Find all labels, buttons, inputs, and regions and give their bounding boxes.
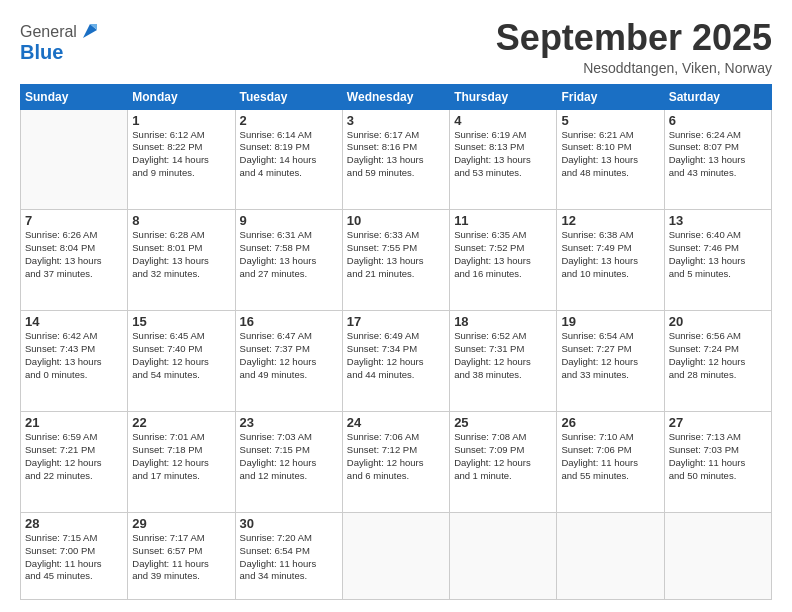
day-number: 6 (669, 113, 767, 128)
day-info: Sunrise: 6:24 AM Sunset: 8:07 PM Dayligh… (669, 129, 767, 180)
calendar-cell: 13Sunrise: 6:40 AM Sunset: 7:46 PM Dayli… (664, 210, 771, 311)
day-info: Sunrise: 6:28 AM Sunset: 8:01 PM Dayligh… (132, 229, 230, 280)
day-number: 21 (25, 415, 123, 430)
calendar-week-2: 7Sunrise: 6:26 AM Sunset: 8:04 PM Daylig… (21, 210, 772, 311)
calendar-week-5: 28Sunrise: 7:15 AM Sunset: 7:00 PM Dayli… (21, 512, 772, 599)
day-info: Sunrise: 6:40 AM Sunset: 7:46 PM Dayligh… (669, 229, 767, 280)
day-number: 28 (25, 516, 123, 531)
day-info: Sunrise: 6:38 AM Sunset: 7:49 PM Dayligh… (561, 229, 659, 280)
calendar-cell: 15Sunrise: 6:45 AM Sunset: 7:40 PM Dayli… (128, 311, 235, 412)
day-info: Sunrise: 6:52 AM Sunset: 7:31 PM Dayligh… (454, 330, 552, 381)
title-block: September 2025 Nesoddtangen, Viken, Norw… (496, 18, 772, 76)
day-number: 23 (240, 415, 338, 430)
calendar-cell: 4Sunrise: 6:19 AM Sunset: 8:13 PM Daylig… (450, 109, 557, 210)
logo-icon (79, 20, 101, 42)
day-info: Sunrise: 7:03 AM Sunset: 7:15 PM Dayligh… (240, 431, 338, 482)
day-number: 5 (561, 113, 659, 128)
day-number: 30 (240, 516, 338, 531)
calendar-cell (342, 512, 449, 599)
logo-general-text: General (20, 23, 77, 41)
day-info: Sunrise: 6:17 AM Sunset: 8:16 PM Dayligh… (347, 129, 445, 180)
calendar-cell: 29Sunrise: 7:17 AM Sunset: 6:57 PM Dayli… (128, 512, 235, 599)
calendar-cell: 1Sunrise: 6:12 AM Sunset: 8:22 PM Daylig… (128, 109, 235, 210)
col-header-friday: Friday (557, 84, 664, 109)
col-header-sunday: Sunday (21, 84, 128, 109)
day-number: 16 (240, 314, 338, 329)
calendar-cell (664, 512, 771, 599)
calendar-cell: 23Sunrise: 7:03 AM Sunset: 7:15 PM Dayli… (235, 412, 342, 513)
day-info: Sunrise: 6:47 AM Sunset: 7:37 PM Dayligh… (240, 330, 338, 381)
day-info: Sunrise: 6:54 AM Sunset: 7:27 PM Dayligh… (561, 330, 659, 381)
day-info: Sunrise: 7:17 AM Sunset: 6:57 PM Dayligh… (132, 532, 230, 583)
day-number: 1 (132, 113, 230, 128)
day-info: Sunrise: 7:08 AM Sunset: 7:09 PM Dayligh… (454, 431, 552, 482)
day-number: 25 (454, 415, 552, 430)
col-header-thursday: Thursday (450, 84, 557, 109)
col-header-monday: Monday (128, 84, 235, 109)
calendar-cell: 16Sunrise: 6:47 AM Sunset: 7:37 PM Dayli… (235, 311, 342, 412)
calendar-cell: 14Sunrise: 6:42 AM Sunset: 7:43 PM Dayli… (21, 311, 128, 412)
day-number: 4 (454, 113, 552, 128)
calendar-cell: 11Sunrise: 6:35 AM Sunset: 7:52 PM Dayli… (450, 210, 557, 311)
logo: General Blue (20, 22, 101, 62)
calendar-week-3: 14Sunrise: 6:42 AM Sunset: 7:43 PM Dayli… (21, 311, 772, 412)
col-header-saturday: Saturday (664, 84, 771, 109)
calendar-cell: 6Sunrise: 6:24 AM Sunset: 8:07 PM Daylig… (664, 109, 771, 210)
calendar-cell (21, 109, 128, 210)
calendar-cell (450, 512, 557, 599)
day-info: Sunrise: 7:13 AM Sunset: 7:03 PM Dayligh… (669, 431, 767, 482)
calendar-cell (557, 512, 664, 599)
day-info: Sunrise: 6:19 AM Sunset: 8:13 PM Dayligh… (454, 129, 552, 180)
day-info: Sunrise: 6:12 AM Sunset: 8:22 PM Dayligh… (132, 129, 230, 180)
day-number: 10 (347, 213, 445, 228)
day-number: 7 (25, 213, 123, 228)
day-info: Sunrise: 6:31 AM Sunset: 7:58 PM Dayligh… (240, 229, 338, 280)
calendar-cell: 9Sunrise: 6:31 AM Sunset: 7:58 PM Daylig… (235, 210, 342, 311)
day-number: 17 (347, 314, 445, 329)
header: General Blue September 2025 Nesoddtangen… (20, 18, 772, 76)
logo-blue-text: Blue (20, 42, 101, 62)
calendar-cell: 5Sunrise: 6:21 AM Sunset: 8:10 PM Daylig… (557, 109, 664, 210)
day-info: Sunrise: 6:14 AM Sunset: 8:19 PM Dayligh… (240, 129, 338, 180)
day-info: Sunrise: 6:56 AM Sunset: 7:24 PM Dayligh… (669, 330, 767, 381)
day-number: 12 (561, 213, 659, 228)
calendar-cell: 7Sunrise: 6:26 AM Sunset: 8:04 PM Daylig… (21, 210, 128, 311)
day-info: Sunrise: 7:10 AM Sunset: 7:06 PM Dayligh… (561, 431, 659, 482)
calendar-cell: 17Sunrise: 6:49 AM Sunset: 7:34 PM Dayli… (342, 311, 449, 412)
calendar-cell: 24Sunrise: 7:06 AM Sunset: 7:12 PM Dayli… (342, 412, 449, 513)
calendar-week-4: 21Sunrise: 6:59 AM Sunset: 7:21 PM Dayli… (21, 412, 772, 513)
day-info: Sunrise: 6:59 AM Sunset: 7:21 PM Dayligh… (25, 431, 123, 482)
day-info: Sunrise: 7:20 AM Sunset: 6:54 PM Dayligh… (240, 532, 338, 583)
day-info: Sunrise: 7:15 AM Sunset: 7:00 PM Dayligh… (25, 532, 123, 583)
calendar-cell: 3Sunrise: 6:17 AM Sunset: 8:16 PM Daylig… (342, 109, 449, 210)
day-info: Sunrise: 6:45 AM Sunset: 7:40 PM Dayligh… (132, 330, 230, 381)
calendar-week-1: 1Sunrise: 6:12 AM Sunset: 8:22 PM Daylig… (21, 109, 772, 210)
day-number: 3 (347, 113, 445, 128)
calendar-cell: 27Sunrise: 7:13 AM Sunset: 7:03 PM Dayli… (664, 412, 771, 513)
col-header-wednesday: Wednesday (342, 84, 449, 109)
day-number: 15 (132, 314, 230, 329)
day-info: Sunrise: 6:42 AM Sunset: 7:43 PM Dayligh… (25, 330, 123, 381)
day-number: 20 (669, 314, 767, 329)
col-header-tuesday: Tuesday (235, 84, 342, 109)
day-number: 9 (240, 213, 338, 228)
day-number: 14 (25, 314, 123, 329)
calendar-cell: 26Sunrise: 7:10 AM Sunset: 7:06 PM Dayli… (557, 412, 664, 513)
month-title: September 2025 (496, 18, 772, 58)
day-number: 29 (132, 516, 230, 531)
calendar-cell: 19Sunrise: 6:54 AM Sunset: 7:27 PM Dayli… (557, 311, 664, 412)
calendar-header-row: SundayMondayTuesdayWednesdayThursdayFrid… (21, 84, 772, 109)
day-number: 18 (454, 314, 552, 329)
page: General Blue September 2025 Nesoddtangen… (0, 0, 792, 612)
day-number: 22 (132, 415, 230, 430)
day-number: 24 (347, 415, 445, 430)
day-number: 13 (669, 213, 767, 228)
calendar-cell: 25Sunrise: 7:08 AM Sunset: 7:09 PM Dayli… (450, 412, 557, 513)
day-number: 11 (454, 213, 552, 228)
calendar-table: SundayMondayTuesdayWednesdayThursdayFrid… (20, 84, 772, 600)
day-number: 19 (561, 314, 659, 329)
calendar-cell: 8Sunrise: 6:28 AM Sunset: 8:01 PM Daylig… (128, 210, 235, 311)
day-info: Sunrise: 6:49 AM Sunset: 7:34 PM Dayligh… (347, 330, 445, 381)
calendar-cell: 21Sunrise: 6:59 AM Sunset: 7:21 PM Dayli… (21, 412, 128, 513)
calendar-cell: 12Sunrise: 6:38 AM Sunset: 7:49 PM Dayli… (557, 210, 664, 311)
